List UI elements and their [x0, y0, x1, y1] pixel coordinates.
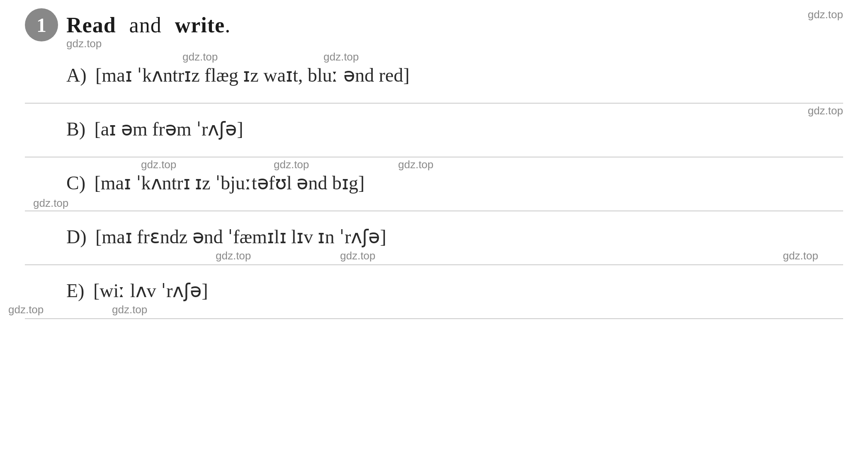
watermark-c-2: gdz.top [274, 158, 309, 171]
watermark-d-3: gdz.top [783, 249, 818, 262]
exercises-container: gdz.top gdz.top A) [maɪ ˈkʌntrɪz flæg ɪz… [25, 50, 843, 319]
exercise-d: gdz.top gdz.top gdz.top gdz.top D) [maɪ … [25, 211, 843, 265]
watermark-e-1: gdz.top [8, 303, 44, 316]
phonetic-a: [maɪ ˈkʌntrɪz flæg ɪz waɪt, bluː ənd red… [95, 65, 409, 86]
exercise-e-text: E) [wiː lʌv ˈrʌʃə] [66, 278, 843, 304]
exercise-d-text: D) [maɪ frɛndz ənd ˈfæmɪlɪ lɪv ɪn ˈrʌʃə] [66, 224, 843, 250]
phonetic-e: [wiː lʌv ˈrʌʃə] [93, 280, 208, 301]
page-container: 1 Read and write. gdz.top gdz.top gdz.to… [0, 0, 868, 455]
label-d: D) [66, 226, 87, 247]
exercise-b-text: B) [aɪ əm frəm ˈrʌʃə] [66, 116, 843, 143]
watermark-c-3: gdz.top [398, 158, 433, 171]
watermark-b: gdz.top [808, 104, 843, 117]
exercise-c: gdz.top gdz.top gdz.top C) [maɪ ˈkʌntrɪ … [25, 157, 843, 211]
phonetic-d: [maɪ frɛndz ənd ˈfæmɪlɪ lɪv ɪn ˈrʌʃə] [95, 226, 387, 247]
watermark-a-1: gdz.top [182, 51, 218, 63]
exercise-e: gdz.top gdz.top E) [wiː lʌv ˈrʌʃə] [25, 265, 843, 319]
label-c: C) [66, 172, 85, 194]
watermark-e-2: gdz.top [112, 303, 147, 316]
watermark-d-1: gdz.top [216, 249, 251, 262]
instruction-and: and [129, 13, 162, 37]
instruction-write: write [175, 13, 225, 37]
watermark-under-number: gdz.top [66, 37, 102, 50]
label-a: A) [66, 65, 87, 86]
header-row: 1 Read and write. gdz.top [25, 8, 843, 41]
watermark-a-2: gdz.top [323, 51, 359, 63]
watermark-c-1: gdz.top [141, 158, 176, 171]
label-b: B) [66, 119, 85, 140]
exercise-b: gdz.top B) [aɪ əm frəm ˈrʌʃə] [25, 104, 843, 157]
exercise-a: gdz.top gdz.top A) [maɪ ˈkʌntrɪz flæg ɪz… [25, 50, 843, 104]
exercise-number: 1 [25, 8, 58, 41]
phonetic-c: [maɪ ˈkʌntrɪ ɪz ˈbjuːtəfʊl ənd bɪg] [95, 172, 365, 194]
phonetic-b: [aɪ əm frəm ˈrʌʃə] [95, 119, 243, 140]
watermark-top-right: gdz.top [808, 8, 843, 21]
exercise-c-text: C) [maɪ ˈkʌntrɪ ɪz ˈbjuːtəfʊl ənd bɪg] [66, 170, 843, 196]
label-e: E) [66, 280, 84, 301]
exercise-a-text: A) [maɪ ˈkʌntrɪz flæg ɪz waɪt, bluː ənd … [66, 62, 843, 89]
watermark-d-2: gdz.top [340, 249, 375, 262]
instruction-read: Read [66, 13, 116, 37]
instruction-text: Read and write. [66, 13, 231, 37]
watermark-d-top: gdz.top [33, 197, 68, 210]
